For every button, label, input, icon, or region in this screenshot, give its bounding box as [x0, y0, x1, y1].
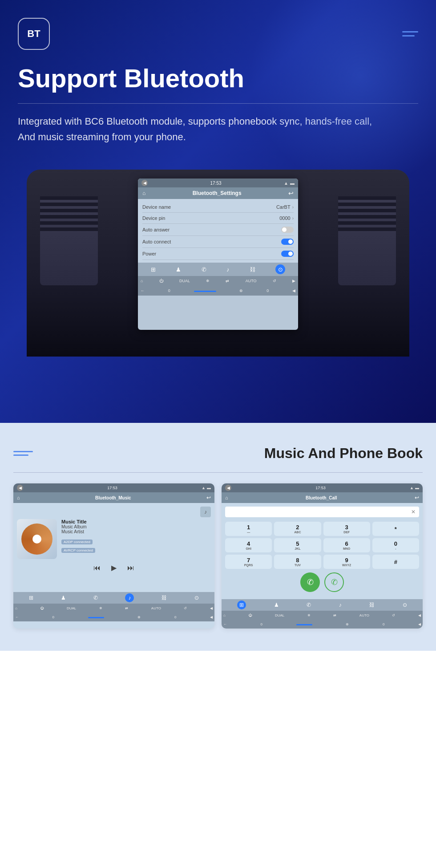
- climate-sync[interactable]: ⇄: [226, 279, 229, 283]
- music-back-btn[interactable]: ◀: [17, 485, 23, 491]
- c2-nav[interactable]: ⊕: [239, 288, 243, 293]
- nav-music-icon[interactable]: ♪: [226, 266, 230, 273]
- call-body: ✕ 1— 2ABC 3DEF * 4GHI: [222, 503, 423, 599]
- bottom-panel: Music And Phone Book ◀ 17:53 ▲▬ ⌂ Blueto…: [0, 423, 436, 651]
- music-body: ♪ Music Title Music Album Music Artist A…: [13, 503, 214, 592]
- dash-back-btn[interactable]: ◀: [141, 180, 148, 186]
- c-nav-apps-active[interactable]: ⊞: [237, 600, 246, 609]
- bp-menu-icon[interactable]: [13, 451, 33, 456]
- music-back2-icon[interactable]: ↩: [206, 495, 211, 501]
- mc-home[interactable]: ⌂: [15, 606, 17, 610]
- mc2-back[interactable]: ←: [15, 615, 19, 619]
- c-nav-music[interactable]: ♪: [339, 602, 342, 608]
- key-9[interactable]: 9WXYZ: [323, 555, 370, 569]
- key-1[interactable]: 1—: [225, 522, 272, 536]
- key-0[interactable]: 0-: [372, 538, 419, 552]
- cc2-vol-down[interactable]: ◀: [418, 622, 421, 626]
- call-home-icon[interactable]: ⌂: [225, 495, 228, 500]
- call-back2-icon[interactable]: ↩: [415, 495, 419, 501]
- mc-volup[interactable]: ◀: [210, 606, 213, 610]
- m-nav-person[interactable]: ♟: [61, 595, 66, 601]
- dash-back2[interactable]: ↩: [288, 190, 294, 197]
- key-3[interactable]: 3DEF: [323, 522, 370, 536]
- m-nav-settings[interactable]: ⊙: [194, 595, 199, 601]
- cc-volup[interactable]: ◀: [418, 613, 421, 617]
- music-note-btn[interactable]: ♪: [200, 507, 211, 517]
- c2-slider[interactable]: [194, 288, 216, 293]
- prev-btn[interactable]: ⏮: [93, 564, 101, 572]
- music-climate-bar: ⌂ ⏻ DUAL ❄ ⇄ AUTO ↺ ◀: [13, 604, 214, 612]
- call-climate-bar: ⌂ ⏻ DUAL ❄ ⇄ AUTO ↺ ◀: [222, 611, 423, 620]
- dash-row-device-pin: Device pin 0000 ›: [142, 213, 294, 224]
- redial-button[interactable]: ✆: [324, 572, 344, 592]
- nav-link-icon[interactable]: ⛓: [250, 266, 255, 273]
- mc2-vol-down[interactable]: ◀: [210, 615, 213, 619]
- cc-sync[interactable]: ⇄: [333, 613, 336, 617]
- c2-vol-down[interactable]: ◀: [292, 288, 295, 293]
- bt-logo: BT: [18, 18, 50, 50]
- cc-power[interactable]: ⏻: [248, 613, 252, 617]
- call-input[interactable]: ✕: [225, 507, 419, 517]
- hero-header: BT: [18, 18, 418, 50]
- climate-home[interactable]: ⌂: [141, 279, 143, 283]
- c-nav-settings[interactable]: ⊙: [403, 602, 407, 608]
- call-back-btn[interactable]: ◀: [225, 485, 231, 491]
- call-button[interactable]: ✆: [300, 572, 320, 592]
- key-6[interactable]: 6MNO: [323, 538, 370, 552]
- toggle-auto-answer[interactable]: [281, 227, 294, 233]
- key-star[interactable]: *: [372, 522, 419, 536]
- m-nav-phone[interactable]: ✆: [93, 595, 98, 601]
- climate-vol-up[interactable]: ▶: [292, 279, 295, 283]
- next-btn[interactable]: ⏭: [127, 564, 134, 572]
- music-topbar: ◀ 17:53 ▲▬: [13, 483, 214, 492]
- m-nav-apps[interactable]: ⊞: [29, 595, 33, 601]
- c-nav-phone[interactable]: ✆: [307, 602, 311, 608]
- mc-fan[interactable]: ❄: [99, 606, 102, 610]
- m-nav-link[interactable]: ⛓: [161, 595, 167, 601]
- dash-home-icon[interactable]: ⌂: [142, 190, 145, 196]
- nav-person-icon[interactable]: ♟: [176, 266, 181, 273]
- c2-back[interactable]: ←: [141, 288, 145, 293]
- climate-fan[interactable]: ❄: [206, 279, 210, 283]
- cc2-nav[interactable]: ⊕: [346, 622, 349, 626]
- key-7[interactable]: 7PQRS: [225, 555, 272, 569]
- music-bottombar: ⊞ ♟ ✆ ♪ ⛓ ⊙: [13, 592, 214, 604]
- mc2-nav[interactable]: ⊕: [137, 615, 141, 619]
- key-5[interactable]: 5JKL: [274, 538, 321, 552]
- mc2-slider[interactable]: [88, 615, 104, 619]
- play-btn[interactable]: ▶: [111, 564, 117, 572]
- nav-settings-active-icon[interactable]: ⊙: [275, 264, 285, 274]
- m-nav-music-active[interactable]: ♪: [125, 593, 134, 602]
- nav-phone-icon[interactable]: ✆: [202, 266, 206, 273]
- climate-dual: DUAL: [179, 279, 190, 283]
- nav-apps-icon[interactable]: ⊞: [151, 266, 156, 273]
- right-vent: [338, 196, 396, 285]
- cc-fan[interactable]: ❄: [307, 613, 311, 617]
- c-nav-person[interactable]: ♟: [274, 602, 279, 608]
- call-topbar: ◀ 17:53 ▲▬: [222, 483, 423, 492]
- cc2-back[interactable]: ←: [223, 622, 227, 626]
- call-bottombar: ⊞ ♟ ✆ ♪ ⛓ ⊙: [222, 599, 423, 611]
- climate-recirc[interactable]: ↺: [273, 279, 276, 283]
- menu-button[interactable]: [402, 31, 418, 37]
- dash-time: 17:53: [210, 181, 222, 186]
- key-hash[interactable]: #: [372, 555, 419, 569]
- album-art: [17, 519, 57, 559]
- toggle-power[interactable]: [281, 251, 294, 257]
- music-home-icon[interactable]: ⌂: [17, 495, 20, 500]
- climate-power[interactable]: ⏻: [159, 279, 163, 283]
- cc-recirc[interactable]: ↺: [392, 613, 395, 617]
- key-4[interactable]: 4GHI: [225, 538, 272, 552]
- mc-recirc[interactable]: ↺: [184, 606, 187, 610]
- mc-sync[interactable]: ⇄: [125, 606, 128, 610]
- track-album: Music Album: [61, 524, 211, 529]
- c2-zero-r: 0: [266, 288, 269, 293]
- cc-home[interactable]: ⌂: [223, 613, 226, 617]
- call-clear-icon[interactable]: ✕: [411, 509, 416, 515]
- c-nav-link[interactable]: ⛓: [369, 602, 375, 608]
- mc-power[interactable]: ⏻: [40, 606, 44, 610]
- toggle-auto-connect[interactable]: [281, 239, 294, 245]
- cc2-slider[interactable]: [296, 622, 312, 626]
- key-8[interactable]: 8TUV: [274, 555, 321, 569]
- key-2[interactable]: 2ABC: [274, 522, 321, 536]
